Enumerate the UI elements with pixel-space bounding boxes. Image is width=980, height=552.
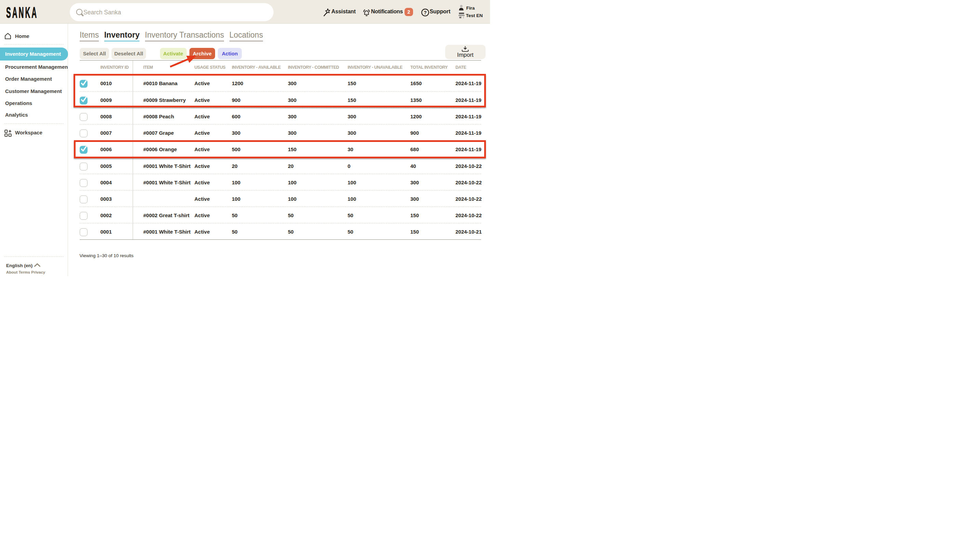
svg-text:?: ?: [424, 10, 427, 15]
